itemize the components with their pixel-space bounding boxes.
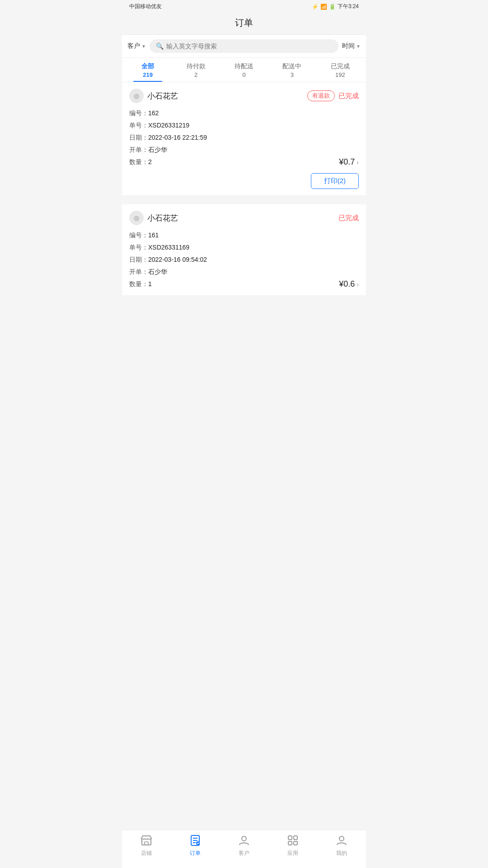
- order-qty: 数量：1: [129, 280, 152, 288]
- order-amount[interactable]: ¥0.7 ›: [339, 157, 359, 167]
- tab-count-4: 192: [335, 71, 345, 78]
- wifi-icon: 📶: [320, 4, 327, 10]
- customer-name: 小石花艺: [147, 91, 178, 101]
- order-header-right: 有退款 已完成: [307, 90, 359, 101]
- order-qty: 数量：2: [129, 158, 152, 166]
- time-filter-btn[interactable]: 时间 ▼: [342, 42, 361, 50]
- tab-配送中[interactable]: 配送中 3: [268, 58, 316, 82]
- print-btn-row: 打印(2): [129, 173, 359, 189]
- order-field-2: 日期：2022-03-16 22:21:59: [129, 133, 359, 142]
- order-customer: ◎ 小石花艺: [129, 211, 178, 225]
- order-field-0: 编号：162: [129, 108, 359, 118]
- tab-count-1: 2: [194, 71, 197, 78]
- time-text: 下午3:24: [338, 3, 359, 10]
- chevron-right-icon: ›: [357, 281, 359, 288]
- tab-label-2: 待配送: [235, 62, 253, 71]
- tab-count-3: 3: [291, 71, 294, 78]
- order-amount[interactable]: ¥0.6 ›: [339, 279, 359, 289]
- time-filter-label: 时间: [342, 42, 355, 50]
- time-filter-arrow: ▼: [356, 44, 361, 49]
- tab-label-4: 已完成: [331, 62, 350, 71]
- orders-list: ◎ 小石花艺 有退款 已完成 编号：162 单号：XSD26331219 日期：…: [122, 82, 366, 363]
- bluetooth-icon: ⚡: [312, 4, 319, 10]
- order-tabs: 全部 219 待付款 2 待配送 0 配送中 3 已完成 192: [122, 58, 366, 82]
- order-card-order-2: ◎ 小石花艺 已完成 编号：161 单号：XSD26331169 日期：2022…: [122, 204, 366, 295]
- search-box[interactable]: 🔍: [150, 39, 338, 53]
- order-header-right: 已完成: [338, 214, 359, 222]
- order-header: ◎ 小石花艺 已完成: [129, 211, 359, 225]
- avatar: ◎: [129, 89, 144, 103]
- amount-value: ¥0.7: [339, 157, 355, 167]
- order-header: ◎ 小石花艺 有退款 已完成: [129, 89, 359, 103]
- order-status: 已完成: [338, 214, 359, 222]
- search-input[interactable]: [166, 42, 332, 50]
- customer-filter-arrow: ▼: [141, 44, 146, 49]
- page-title: 订单: [235, 18, 253, 28]
- refund-badge: 有退款: [307, 90, 335, 101]
- tab-label-3: 配送中: [282, 62, 301, 71]
- tab-已完成[interactable]: 已完成 192: [316, 58, 364, 82]
- order-field-1: 单号：XSD26331169: [129, 243, 359, 252]
- order-field-1: 单号：XSD26331219: [129, 121, 359, 130]
- customer-name: 小石花艺: [147, 213, 178, 223]
- status-bar: 中国移动优友 ⚡ 📶 🔋 下午3:24: [122, 0, 366, 12]
- avatar: ◎: [129, 211, 144, 225]
- order-footer: 数量：1 ¥0.6 ›: [129, 279, 359, 289]
- filter-bar: 客户 ▼ 🔍 时间 ▼: [122, 35, 366, 58]
- customer-filter-label: 客户: [127, 42, 140, 50]
- tab-待付款[interactable]: 待付款 2: [172, 58, 220, 82]
- order-footer: 数量：2 ¥0.7 ›: [129, 157, 359, 167]
- search-icon: 🔍: [156, 42, 164, 50]
- page-header: 订单: [122, 12, 366, 35]
- tab-label-0: 全部: [141, 62, 154, 71]
- order-status: 已完成: [338, 92, 359, 100]
- tab-count-2: 0: [242, 71, 245, 78]
- battery-icon: 🔋: [329, 4, 336, 10]
- print-button[interactable]: 打印(2): [311, 173, 359, 189]
- status-icons: ⚡ 📶 🔋 下午3:24: [312, 3, 359, 10]
- amount-value: ¥0.6: [339, 279, 355, 289]
- tab-label-1: 待付款: [187, 62, 206, 71]
- customer-filter-btn[interactable]: 客户 ▼: [127, 42, 146, 50]
- tab-全部[interactable]: 全部 219: [124, 58, 172, 82]
- carrier-text: 中国移动优友: [129, 3, 162, 10]
- order-field-0: 编号：161: [129, 231, 359, 240]
- chevron-right-icon: ›: [357, 159, 359, 166]
- order-customer: ◎ 小石花艺: [129, 89, 178, 103]
- order-field-3: 开单：石少华: [129, 267, 359, 277]
- tab-待配送[interactable]: 待配送 0: [220, 58, 268, 82]
- order-card-order-1: ◎ 小石花艺 有退款 已完成 编号：162 单号：XSD26331219 日期：…: [122, 82, 366, 195]
- card-divider: [122, 200, 366, 204]
- tab-count-0: 219: [143, 71, 153, 78]
- order-field-3: 开单：石少华: [129, 145, 359, 155]
- order-field-2: 日期：2022-03-16 09:54:02: [129, 255, 359, 264]
